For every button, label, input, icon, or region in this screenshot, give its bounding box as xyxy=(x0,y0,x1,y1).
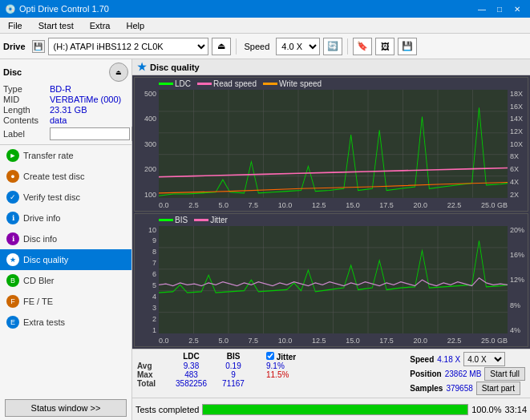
stats-ldc-header: LDC xyxy=(169,352,213,361)
speed-value: 4.18 X xyxy=(437,355,460,364)
speed-label: Speed xyxy=(410,355,434,364)
minimize-button[interactable]: — xyxy=(474,2,490,15)
sidebar-fe-te-label: FE / TE xyxy=(23,297,53,306)
disc-contents-label: Contents xyxy=(3,115,50,125)
stats-jitter-header: Jitter xyxy=(266,352,314,361)
start-part-button[interactable]: Start part xyxy=(476,382,520,395)
speed-row: Speed 4.18 X 4.0 X xyxy=(410,352,525,366)
status-window-button[interactable]: Status window >> xyxy=(5,399,127,417)
menu-file[interactable]: File xyxy=(3,19,27,32)
sidebar-item-disc-quality[interactable]: ★ Disc quality xyxy=(0,249,131,270)
sidebar-create-test-disc-label: Create test disc xyxy=(23,172,84,181)
close-button[interactable]: ✕ xyxy=(509,2,525,15)
start-full-button[interactable]: Start full xyxy=(484,367,525,381)
stats-bis-total: 71167 xyxy=(213,379,253,388)
fe-te-icon: F xyxy=(6,295,19,308)
titlebar: 💿 Opti Drive Control 1.70 — □ ✕ xyxy=(0,0,530,18)
status-time: 33:14 xyxy=(504,405,527,414)
disc-length-label: Length xyxy=(3,105,50,115)
legend-readspeed-label: Read speed xyxy=(213,79,257,88)
sidebar-menu: ► Transfer rate ● Create test disc ✓ Ver… xyxy=(0,145,131,396)
stats-bis-header: BIS xyxy=(213,352,253,361)
verify-test-disc-icon: ✓ xyxy=(6,191,19,204)
position-row: Position 23862 MB Start full xyxy=(410,367,525,381)
sidebar-item-create-test-disc[interactable]: ● Create test disc xyxy=(0,166,131,187)
legend-ldc-label: LDC xyxy=(175,79,191,88)
stats-panel: LDC BIS Jitter Avg 9.38 0.19 9.1% xyxy=(132,349,530,398)
sidebar-item-verify-test-disc[interactable]: ✓ Verify test disc xyxy=(0,187,131,208)
eject-button[interactable]: ⏏ xyxy=(212,38,231,55)
sidebar-item-cd-bler[interactable]: B CD Bler xyxy=(0,270,131,291)
progress-percent: 100.0% xyxy=(471,405,501,414)
titlebar-controls: — □ ✕ xyxy=(474,2,525,15)
disc-quality-icon: ★ xyxy=(6,253,19,266)
chart1-legend: LDC Read speed Write speed xyxy=(159,79,322,88)
save-button[interactable]: 💾 xyxy=(398,38,417,55)
drive-info-icon: ℹ xyxy=(6,212,19,224)
status-window-label: Status window >> xyxy=(31,403,101,413)
jitter-checkbox[interactable] xyxy=(266,352,274,360)
menubar: File Start test Extra Help xyxy=(0,18,530,34)
speed-select[interactable]: 4.0 X xyxy=(276,38,320,55)
samples-row: Samples 379658 Start part xyxy=(410,382,525,395)
disc-label-input[interactable] xyxy=(50,127,130,140)
disc-type-row: Type BD-R xyxy=(3,84,128,94)
stats-grid: LDC BIS Jitter Avg 9.38 0.19 9.1% xyxy=(137,352,403,388)
disc-eject-icon[interactable]: ⏏ xyxy=(109,63,128,82)
disc-header: Disc ⏏ xyxy=(3,63,128,82)
sidebar-transfer-rate-label: Transfer rate xyxy=(23,151,74,160)
progress-bar-container xyxy=(202,404,468,415)
samples-value: 379658 xyxy=(446,384,472,393)
speed-select-stats[interactable]: 4.0 X xyxy=(463,352,505,366)
stats-avg-label: Avg xyxy=(137,361,169,370)
main-area: Disc ⏏ Type BD-R MID VERBATiMe (000) Len… xyxy=(0,59,530,420)
stats-jitter-max: 11.5% xyxy=(266,370,314,379)
sidebar-item-drive-info[interactable]: ℹ Drive info xyxy=(0,208,131,228)
writespeed-color xyxy=(263,83,277,85)
menu-help[interactable]: Help xyxy=(121,19,149,32)
disc-info-icon: ℹ xyxy=(6,232,19,245)
toolbar-separator2 xyxy=(347,38,348,55)
sidebar-item-disc-info[interactable]: ℹ Disc info xyxy=(0,228,131,249)
transfer-rate-icon: ► xyxy=(6,149,19,162)
stats-ldc-max: 483 xyxy=(169,370,213,379)
drive-select[interactable]: (H:) ATAPI iHBS112 2 CL0K xyxy=(48,38,208,55)
chart2-legend: BIS Jitter xyxy=(159,216,228,224)
statusbar: Tests completed 100.0% 33:14 xyxy=(132,398,530,420)
sidebar-verify-test-disc-label: Verify test disc xyxy=(23,192,80,202)
chart2-plot xyxy=(159,226,508,334)
legend-writespeed-label: Write speed xyxy=(279,79,322,88)
chart2-y-right: 20% 16% 12% 8% 4% xyxy=(510,226,526,335)
charts-area: LDC Read speed Write speed 500 400 xyxy=(132,75,530,349)
content-header-icon: ★ xyxy=(137,61,147,73)
sidebar-extra-tests-label: Extra tests xyxy=(23,317,65,327)
bookmark-button[interactable]: 🔖 xyxy=(353,38,372,55)
stats-ldc-avg: 9.38 xyxy=(169,361,213,370)
speed-label: Speed xyxy=(245,42,270,51)
disc-label-label: Label xyxy=(3,129,50,139)
stats-content: LDC BIS Jitter Avg 9.38 0.19 9.1% xyxy=(137,352,525,395)
disc-panel-title: Disc xyxy=(3,67,22,77)
chart1-svg xyxy=(159,90,508,198)
disc-length-value: 23.31 GB xyxy=(50,105,87,115)
legend-bis: BIS xyxy=(159,216,188,224)
stats-empty xyxy=(137,352,169,361)
disc-type-value: BD-R xyxy=(50,84,71,94)
disc-mid-row: MID VERBATiMe (000) xyxy=(3,95,128,104)
sidebar-item-fe-te[interactable]: F FE / TE xyxy=(0,291,131,312)
content-header: ★ Disc quality xyxy=(132,59,530,75)
image-button[interactable]: 🖼 xyxy=(375,38,394,55)
sidebar-item-extra-tests[interactable]: E Extra tests xyxy=(0,312,131,333)
position-label: Position xyxy=(410,370,441,378)
refresh-button[interactable]: 🔄 xyxy=(323,38,342,55)
readspeed-color xyxy=(197,83,212,85)
legend-jitter-label: Jitter xyxy=(210,216,228,224)
menu-start-test[interactable]: Start test xyxy=(34,19,79,32)
sidebar-item-transfer-rate[interactable]: ► Transfer rate xyxy=(0,145,131,166)
menu-extra[interactable]: Extra xyxy=(85,19,115,32)
create-test-disc-icon: ● xyxy=(6,170,19,183)
sidebar: Disc ⏏ Type BD-R MID VERBATiMe (000) Len… xyxy=(0,59,132,420)
ldc-color xyxy=(159,83,173,85)
maximize-button[interactable]: □ xyxy=(492,2,508,15)
disc-label-row: Label ✏ xyxy=(3,127,128,141)
